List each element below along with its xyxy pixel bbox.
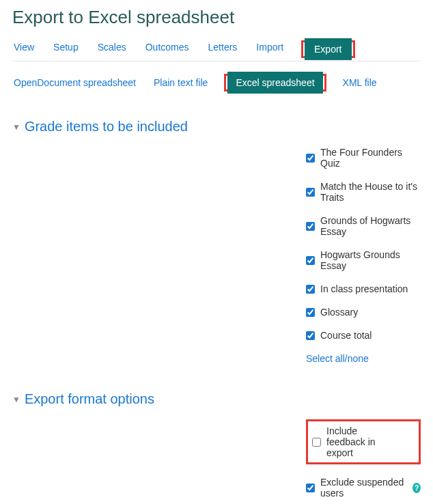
- section-header-export-format[interactable]: ▼ Export format options: [12, 391, 421, 407]
- subtab-opendocument[interactable]: OpenDocument spreadsheet: [12, 74, 137, 91]
- tab-scales[interactable]: Scales: [96, 38, 128, 61]
- grade-item-label: Glossary: [320, 307, 358, 318]
- subtab-excel[interactable]: Excel spreadsheet: [227, 72, 322, 94]
- help-icon[interactable]: ?: [413, 483, 421, 493]
- grade-item-label: Match the House to it's Traits: [320, 181, 421, 203]
- grade-item-row: In class presentation: [306, 283, 421, 294]
- grade-item-label: The Four Founders Quiz: [320, 147, 421, 169]
- grade-item-row: The Four Founders Quiz: [306, 147, 421, 169]
- include-feedback-checkbox[interactable]: [312, 438, 321, 447]
- chevron-down-icon: ▼: [12, 395, 20, 404]
- grade-item-checkbox[interactable]: [306, 285, 315, 294]
- select-all-none-link[interactable]: Select all/none: [306, 353, 369, 364]
- grade-item-checkbox[interactable]: [306, 308, 315, 317]
- tab-import[interactable]: Import: [255, 38, 285, 61]
- highlight-excel-subtab: Excel spreadsheet: [224, 74, 326, 92]
- grade-items-list: The Four Founders Quiz Match the House t…: [306, 147, 421, 364]
- include-feedback-label: Include feedback in export: [326, 425, 390, 458]
- page-title: Export to Excel spreadsheet: [12, 7, 421, 28]
- grade-item-label: Hogwarts Grounds Essay: [320, 249, 421, 271]
- section-export-format: ▼ Export format options Include feedback…: [12, 391, 421, 504]
- highlight-include-feedback: Include feedback in export: [306, 419, 421, 464]
- sub-tabs: OpenDocument spreadsheet Plain text file…: [12, 74, 421, 92]
- top-tabs: View Setup Scales Outcomes Letters Impor…: [12, 38, 421, 61]
- exclude-suspended-checkbox[interactable]: [306, 484, 315, 492]
- tab-letters[interactable]: Letters: [207, 38, 239, 61]
- grade-item-checkbox[interactable]: [306, 331, 315, 340]
- grade-items-title: Grade items to be included: [25, 119, 188, 135]
- section-grade-items: ▼ Grade items to be included The Four Fo…: [12, 119, 421, 364]
- grade-item-label: Grounds of Hogwarts Essay: [320, 215, 421, 237]
- grade-item-row: Glossary: [306, 307, 421, 318]
- subtab-plain-text[interactable]: Plain text file: [152, 74, 209, 91]
- tab-setup[interactable]: Setup: [52, 38, 80, 61]
- grade-item-checkbox[interactable]: [306, 256, 315, 265]
- grade-item-row: Hogwarts Grounds Essay: [306, 249, 421, 271]
- tab-outcomes[interactable]: Outcomes: [144, 38, 191, 61]
- section-header-grade-items[interactable]: ▼ Grade items to be included: [12, 119, 421, 135]
- exclude-suspended-label: Exclude suspended users: [320, 477, 404, 499]
- grade-item-label: Course total: [320, 330, 372, 341]
- subtab-xml[interactable]: XML file: [341, 74, 378, 91]
- grade-item-checkbox[interactable]: [306, 222, 315, 231]
- grade-item-label: In class presentation: [320, 283, 408, 294]
- grade-item-row: Grounds of Hogwarts Essay: [306, 215, 421, 237]
- row-exclude-suspended: Exclude suspended users ?: [12, 477, 421, 499]
- tab-view[interactable]: View: [12, 38, 36, 61]
- export-format-title: Export format options: [25, 391, 154, 407]
- grade-item-row: Match the House to it's Traits: [306, 181, 421, 203]
- grade-item-row: Course total: [306, 330, 421, 341]
- row-include-feedback: Include feedback in export: [12, 419, 421, 464]
- grade-item-checkbox[interactable]: [306, 154, 315, 163]
- grade-item-checkbox[interactable]: [306, 188, 315, 197]
- highlight-export-tab: Export: [301, 40, 354, 58]
- tab-export[interactable]: Export: [305, 38, 351, 60]
- chevron-down-icon: ▼: [12, 122, 20, 132]
